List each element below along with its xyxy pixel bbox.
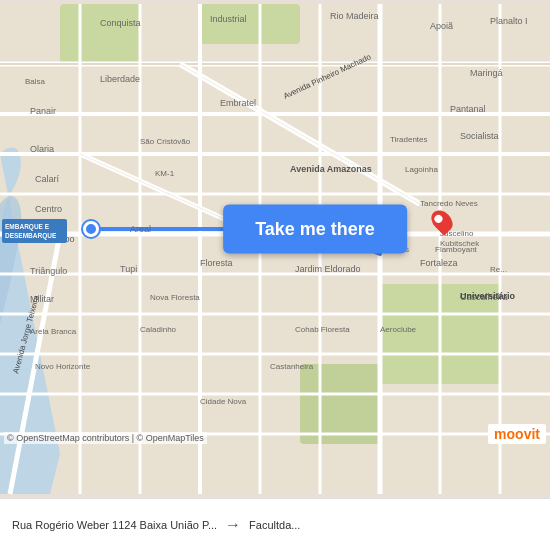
svg-text:Rio Madeira: Rio Madeira: [330, 11, 379, 21]
svg-text:Industrial: Industrial: [210, 14, 247, 24]
svg-text:Triângulo: Triângulo: [30, 266, 67, 276]
app: Conquista Industrial Rio Madeira Apoiã P…: [0, 0, 550, 550]
svg-text:Castanheira: Castanheira: [270, 362, 314, 371]
svg-text:Pantanal: Pantanal: [450, 104, 486, 114]
svg-text:Socialista: Socialista: [460, 131, 499, 141]
svg-text:Tancredo Neves: Tancredo Neves: [420, 199, 478, 208]
svg-text:Novo Horizonte: Novo Horizonte: [35, 362, 91, 371]
svg-text:Conquista: Conquista: [100, 18, 141, 28]
route-info: Rua Rogério Weber 1124 Baixa União P... …: [12, 516, 538, 534]
moovit-logo: moovit: [488, 424, 546, 444]
svg-text:Floresta: Floresta: [200, 258, 233, 268]
svg-text:Arela Branca: Arela Branca: [30, 327, 77, 336]
svg-rect-2: [200, 4, 300, 44]
route-arrow: →: [225, 516, 241, 534]
svg-text:Planalto I: Planalto I: [490, 16, 528, 26]
origin-marker: [83, 221, 99, 237]
svg-text:Aeroclube: Aeroclube: [380, 325, 417, 334]
svg-text:Caladinho: Caladinho: [140, 325, 177, 334]
svg-text:São Cristóvão: São Cristóvão: [140, 137, 191, 146]
svg-text:Lagoinha: Lagoinha: [405, 165, 438, 174]
map-attribution: © OpenStreetMap contributors | © OpenMap…: [4, 432, 207, 444]
svg-text:DESEMBARQUE: DESEMBARQUE: [5, 232, 57, 240]
svg-text:Embratel: Embratel: [220, 98, 256, 108]
bottom-bar: Rua Rogério Weber 1124 Baixa União P... …: [0, 498, 550, 550]
svg-text:Cidade Nova: Cidade Nova: [200, 397, 247, 406]
take-me-there-button[interactable]: Take me there: [223, 205, 407, 254]
svg-text:Panair: Panair: [30, 106, 56, 116]
destination-marker: [433, 209, 451, 233]
svg-text:Re...: Re...: [490, 265, 507, 274]
svg-text:Fortaleza: Fortaleza: [420, 258, 458, 268]
svg-text:Jardim Eldorado: Jardim Eldorado: [295, 264, 361, 274]
route-to: Facultda...: [249, 519, 300, 531]
svg-text:Universitário: Universitário: [460, 291, 516, 301]
svg-text:Apoiã: Apoiã: [430, 21, 453, 31]
svg-text:Balsa: Balsa: [25, 77, 46, 86]
svg-rect-1: [60, 4, 140, 64]
svg-text:Flamboyant: Flamboyant: [435, 245, 478, 254]
svg-text:Areal: Areal: [130, 224, 151, 234]
svg-text:Olaria: Olaria: [30, 144, 54, 154]
svg-text:Maringá: Maringá: [470, 68, 503, 78]
route-from: Rua Rogério Weber 1124 Baixa União P...: [12, 519, 217, 531]
svg-text:Calarí: Calarí: [35, 174, 60, 184]
moovit-text: moovit: [494, 426, 540, 442]
map-container: Conquista Industrial Rio Madeira Apoiã P…: [0, 0, 550, 498]
svg-text:Tiradentes: Tiradentes: [390, 135, 428, 144]
svg-text:Liberdade: Liberdade: [100, 74, 140, 84]
svg-text:EMBARQUE E: EMBARQUE E: [5, 223, 50, 231]
svg-text:KM-1: KM-1: [155, 169, 175, 178]
svg-text:Tupi: Tupi: [120, 264, 137, 274]
svg-text:Nova Floresta: Nova Floresta: [150, 293, 200, 302]
svg-rect-4: [300, 364, 380, 444]
svg-text:Centro: Centro: [35, 204, 62, 214]
svg-text:Avenida Amazonas: Avenida Amazonas: [290, 164, 372, 174]
svg-text:Cohab Floresta: Cohab Floresta: [295, 325, 350, 334]
